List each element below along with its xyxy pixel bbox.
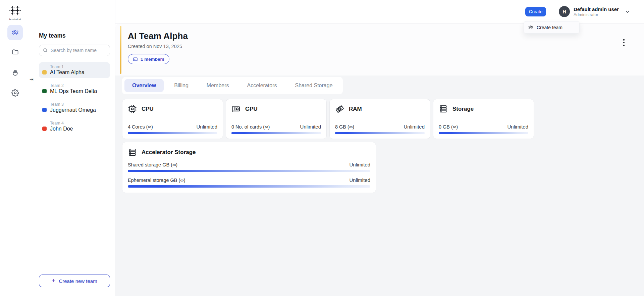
teams-panel: My teams Team 1 AI Team Alpha Team 2 ML … bbox=[30, 0, 115, 296]
logo-mark-icon bbox=[8, 5, 22, 16]
more-actions-button[interactable] bbox=[620, 37, 628, 48]
card-value: 0 GB (∞) bbox=[439, 124, 458, 130]
brand-name: hosted·ai bbox=[0, 18, 30, 21]
create-new-team-button[interactable]: + Create new team bbox=[39, 275, 110, 287]
sidebar-collapse-handle[interactable]: ⇥ bbox=[30, 77, 34, 82]
team-color-swatch bbox=[42, 127, 47, 131]
team-search bbox=[39, 45, 110, 56]
row-limit: Unlimited bbox=[349, 162, 370, 167]
cpu-icon bbox=[128, 104, 137, 113]
team-number: Team 4 bbox=[50, 121, 73, 126]
user-role: Administrator bbox=[574, 12, 619, 17]
chevron-down-icon bbox=[625, 9, 631, 15]
storage-card: Storage 0 GB (∞) Unlimited bbox=[433, 99, 534, 139]
card-title: GPU bbox=[245, 106, 258, 112]
search-icon bbox=[43, 48, 48, 53]
create-team-menu-item[interactable]: Create team bbox=[525, 22, 579, 33]
icon-sidebar: hosted·ai bbox=[0, 0, 30, 296]
topbar: Create H Default admin user Administrato… bbox=[115, 0, 644, 23]
team-name: AI Team Alpha bbox=[50, 69, 85, 76]
team-number: Team 3 bbox=[50, 102, 96, 107]
created-date: Created on Nov 13, 2025 bbox=[128, 44, 644, 49]
tab-billing[interactable]: Billing bbox=[166, 79, 196, 92]
ram-icon bbox=[335, 104, 344, 113]
card-value: 4 Cores (∞) bbox=[128, 124, 153, 130]
card-title: Storage bbox=[452, 106, 474, 112]
user-name: Default admin user bbox=[574, 6, 619, 12]
server-icon bbox=[128, 148, 137, 157]
members-badge[interactable]: 1 members bbox=[128, 54, 169, 64]
create-menu: Create team bbox=[524, 21, 580, 34]
row-limit: Unlimited bbox=[349, 177, 370, 183]
team-color-swatch bbox=[42, 108, 47, 112]
folder-icon bbox=[11, 48, 19, 56]
teams-panel-title: My teams bbox=[39, 32, 66, 39]
gpu-icon bbox=[231, 104, 240, 113]
bucket-icon bbox=[11, 69, 19, 77]
sidebar-item-buckets[interactable] bbox=[7, 65, 23, 80]
team-list-item[interactable]: Team 4 John Doe bbox=[39, 118, 110, 135]
member-card-icon bbox=[133, 57, 138, 62]
create-button[interactable]: Create bbox=[525, 7, 546, 16]
card-title: CPU bbox=[142, 106, 154, 112]
shared-storage-row: Shared storage GB (∞) Unlimited bbox=[128, 162, 370, 172]
storage-progress-bar bbox=[439, 132, 528, 134]
sidebar-item-settings[interactable] bbox=[7, 85, 23, 100]
gear-icon bbox=[11, 89, 19, 97]
resource-cards: CPU 4 Cores (∞) Unlimited bbox=[122, 99, 644, 139]
team-name: ML Ops Team Delta bbox=[50, 88, 97, 94]
team-search-input[interactable] bbox=[39, 45, 110, 56]
plus-icon: + bbox=[52, 278, 55, 284]
gpu-card: GPU 0 No. of cards (∞) Unlimited bbox=[226, 99, 327, 139]
teams-icon bbox=[528, 24, 534, 30]
cpu-progress-bar bbox=[128, 132, 217, 134]
tab-shared-storage[interactable]: Shared Storage bbox=[287, 79, 340, 92]
team-accent-bar bbox=[120, 26, 121, 74]
app-root: hosted·ai bbox=[0, 0, 644, 296]
tab-accelerators[interactable]: Accelerators bbox=[239, 79, 285, 92]
avatar: H bbox=[559, 6, 570, 17]
team-color-swatch bbox=[42, 89, 47, 93]
team-number: Team 2 bbox=[50, 83, 97, 88]
card-title: RAM bbox=[349, 106, 362, 112]
cpu-card: CPU 4 Cores (∞) Unlimited bbox=[122, 99, 223, 139]
storage-icon bbox=[439, 104, 448, 113]
members-badge-label: 1 members bbox=[141, 57, 164, 62]
accelerator-storage-card: Accelerator Storage Shared storage GB (∞… bbox=[122, 142, 376, 193]
brand-logo: hosted·ai bbox=[0, 5, 30, 21]
ephemeral-storage-row: Ephemeral storage GB (∞) Unlimited bbox=[128, 177, 370, 188]
team-number: Team 1 bbox=[50, 64, 85, 69]
content-area: Overview Billing Members Accelerators Sh… bbox=[115, 76, 644, 296]
gpu-progress-bar bbox=[231, 132, 321, 134]
row-label: Ephemeral storage GB (∞) bbox=[128, 178, 185, 183]
teams-icon bbox=[11, 29, 19, 37]
team-list-item[interactable]: Team 2 ML Ops Team Delta bbox=[39, 81, 110, 97]
ram-card: RAM 8 GB (∞) Unlimited bbox=[329, 99, 430, 139]
team-list-item[interactable]: Team 1 AI Team Alpha bbox=[39, 62, 110, 78]
team-list-item[interactable]: Team 3 Juggernaut Omega bbox=[39, 100, 110, 116]
team-name: Juggernaut Omega bbox=[50, 107, 96, 113]
card-value: 0 No. of cards (∞) bbox=[231, 124, 270, 130]
tab-members[interactable]: Members bbox=[199, 79, 237, 92]
row-label: Shared storage GB (∞) bbox=[128, 162, 177, 167]
user-menu[interactable]: H Default admin user Administrator bbox=[559, 6, 631, 17]
card-title: Accelerator Storage bbox=[142, 149, 196, 156]
card-limit: Unlimited bbox=[196, 124, 217, 130]
card-limit: Unlimited bbox=[507, 124, 528, 130]
create-team-menu-label: Create team bbox=[537, 25, 562, 30]
team-list: Team 1 AI Team Alpha Team 2 ML Ops Team … bbox=[39, 62, 110, 135]
card-limit: Unlimited bbox=[300, 124, 321, 130]
create-new-team-label: Create new team bbox=[59, 278, 97, 284]
ephemeral-storage-progress-bar bbox=[128, 185, 370, 188]
card-value: 8 GB (∞) bbox=[335, 124, 354, 130]
sidebar-item-projects[interactable] bbox=[7, 44, 23, 59]
team-name: John Doe bbox=[50, 126, 73, 132]
shared-storage-progress-bar bbox=[128, 170, 370, 172]
tab-bar: Overview Billing Members Accelerators Sh… bbox=[122, 77, 343, 94]
ram-progress-bar bbox=[335, 132, 425, 134]
sidebar-item-teams[interactable] bbox=[7, 25, 23, 40]
card-limit: Unlimited bbox=[404, 124, 425, 130]
tab-overview[interactable]: Overview bbox=[124, 79, 164, 92]
main-area: Create H Default admin user Administrato… bbox=[115, 0, 644, 296]
team-color-swatch bbox=[42, 70, 47, 75]
